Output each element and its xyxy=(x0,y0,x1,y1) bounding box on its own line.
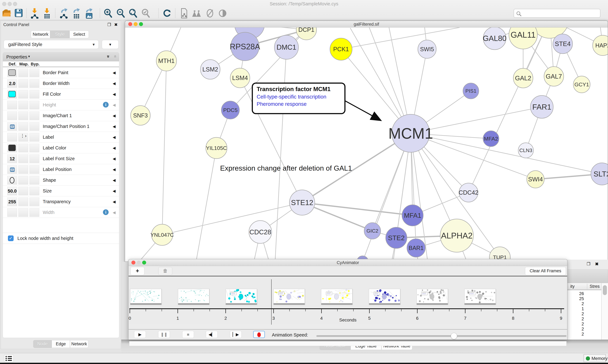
property-row-shape[interactable]: Shape◀ xyxy=(3,175,119,186)
network-node-swi4[interactable]: SWI4 xyxy=(527,171,544,188)
network-node-alpha2[interactable]: ALPHA2 xyxy=(440,219,473,252)
collapse-row-icon[interactable]: ◀ xyxy=(113,71,116,75)
default-value-cell[interactable] xyxy=(7,176,17,184)
collapse-row-icon[interactable]: ◀ xyxy=(113,81,116,86)
property-row-width[interactable]: Widthi◀ xyxy=(3,207,119,218)
refresh-layout-icon[interactable] xyxy=(163,8,172,19)
export-image-icon[interactable] xyxy=(84,8,94,19)
network-node-cdc42[interactable]: CDC42 xyxy=(459,183,479,202)
search-field[interactable] xyxy=(514,9,600,18)
save-session-icon[interactable] xyxy=(14,8,23,19)
property-row-size[interactable]: 50.0Size◀ xyxy=(3,186,119,196)
collapse-row-icon[interactable]: ◀ xyxy=(113,200,116,204)
collapse-row-icon[interactable]: ◀ xyxy=(113,124,116,129)
network-document-icon[interactable] xyxy=(180,8,189,19)
collapse-row-icon[interactable]: ◀ xyxy=(113,167,116,172)
open-session-icon[interactable] xyxy=(2,8,11,19)
network-node-gcy1[interactable]: GCY1 xyxy=(573,76,590,93)
network-node-pis1[interactable]: PIS1 xyxy=(463,83,479,99)
property-row-height[interactable]: Heighti◀ xyxy=(3,100,119,110)
mapping-cell[interactable] xyxy=(18,101,28,109)
column-divider[interactable] xyxy=(587,284,587,289)
bypass-cell[interactable] xyxy=(29,165,39,174)
cyanimator-titlebar[interactable]: CyAnimator xyxy=(129,259,567,266)
property-row-fill-color[interactable]: Fill Color◀ xyxy=(3,89,119,100)
pause-button[interactable]: ❚❚ xyxy=(158,331,170,338)
mapping-cell[interactable] xyxy=(18,197,28,206)
network-node-pck1[interactable]: PCK1 xyxy=(330,38,352,60)
default-value-cell[interactable]: 2.0 xyxy=(7,79,17,88)
collapse-row-icon[interactable]: ◀ xyxy=(113,114,116,118)
network-node-hap2[interactable]: HAP2 xyxy=(593,35,608,55)
info-icon[interactable]: i xyxy=(103,102,109,107)
properties-header[interactable]: Properties ▾ » » xyxy=(3,52,119,61)
network-node-far1[interactable]: FAR1 xyxy=(530,95,553,118)
bypass-cell[interactable] xyxy=(29,111,39,120)
property-row-label[interactable]: ⋮›Label◀ xyxy=(3,132,119,143)
mapping-cell[interactable] xyxy=(18,208,28,217)
default-value-cell[interactable] xyxy=(7,68,17,77)
property-row-label-position[interactable]: Label Position◀ xyxy=(3,164,119,175)
style-options-button[interactable]: ▾ xyxy=(102,40,119,49)
network-node-gic2[interactable]: GIC2 xyxy=(364,223,381,239)
network-node-gal2[interactable]: GAL2 xyxy=(513,68,533,88)
bypass-cell[interactable] xyxy=(29,176,39,184)
scrollbar-thumb[interactable] xyxy=(603,285,607,295)
frame-thumbnail-2[interactable] xyxy=(178,289,209,305)
skip-to-start-button[interactable]: ◀▏ xyxy=(206,331,218,338)
search-binoculars-icon[interactable] xyxy=(192,8,201,19)
bypass-cell[interactable] xyxy=(29,197,39,206)
network-node-dcp1[interactable]: DCP1 xyxy=(296,27,317,40)
zoom-fit-icon[interactable] xyxy=(129,8,138,19)
memory-button[interactable]: Memory xyxy=(584,354,606,362)
tab-select[interactable]: Select xyxy=(69,30,89,38)
network-node-cln3[interactable]: CLN3 xyxy=(518,143,533,158)
float-panel-icon[interactable]: ❐ xyxy=(587,261,590,266)
network-node-ste12[interactable]: STE12 xyxy=(290,190,315,215)
bypass-cell[interactable] xyxy=(29,90,39,99)
collapse-row-icon[interactable]: ◀ xyxy=(113,156,116,161)
clear-all-frames-button[interactable]: Clear All Frames xyxy=(525,267,566,275)
mapping-cell[interactable] xyxy=(18,165,28,174)
annotation-link[interactable]: Cell-type-specific transcription xyxy=(257,94,341,100)
collapse-row-icon[interactable]: ◀ xyxy=(113,210,116,215)
bypass-cell[interactable] xyxy=(29,144,39,152)
default-value-cell[interactable]: 50.0 xyxy=(7,187,17,195)
timeline[interactable]: 0123456789 Seconds xyxy=(129,276,567,324)
network-node-dmc1[interactable]: DMC1 xyxy=(274,35,298,59)
property-row-transparency[interactable]: 255Transparency◀ xyxy=(3,196,119,207)
zoom-in-icon[interactable] xyxy=(104,8,113,19)
collapse-row-icon[interactable]: ◀ xyxy=(113,146,116,150)
export-table-icon[interactable] xyxy=(72,8,81,19)
network-node-gal7[interactable]: GAL7 xyxy=(544,66,564,86)
mapping-cell[interactable] xyxy=(18,68,28,77)
network-node-swi5[interactable]: SWI5 xyxy=(418,40,436,58)
network-node-gal80[interactable]: GAL80 xyxy=(483,27,506,50)
float-panel-icon[interactable]: ❐ xyxy=(107,22,111,27)
default-value-cell[interactable] xyxy=(7,133,17,142)
network-node-lsm2[interactable]: LSM2 xyxy=(200,60,220,79)
record-button[interactable] xyxy=(253,331,265,338)
network-node-snf3[interactable]: SNF3 xyxy=(131,106,150,125)
tab-network[interactable]: Network xyxy=(70,340,88,348)
network-node-ste2[interactable]: STE2 xyxy=(386,227,407,248)
bypass-cell[interactable] xyxy=(29,68,39,77)
delete-frame-button[interactable]: 🗑 xyxy=(158,267,172,275)
bypass-cell[interactable] xyxy=(29,187,39,195)
hide-graphics-icon[interactable] xyxy=(206,8,215,19)
style-select-dropdown[interactable]: galFiltered Style ▾ xyxy=(4,40,99,49)
default-value-cell[interactable] xyxy=(7,101,17,109)
column-header-stress[interactable]: Stres xyxy=(590,284,600,289)
bypass-cell[interactable] xyxy=(29,133,39,142)
property-row-label-color[interactable]: Label Color◀ xyxy=(3,143,119,153)
network-node-mth1[interactable]: MTH1 xyxy=(156,51,177,71)
property-row-border-width[interactable]: 2.0Border Width◀ xyxy=(3,78,119,89)
collapse-all-icon[interactable]: » xyxy=(112,55,118,58)
mapping-cell[interactable] xyxy=(18,111,28,120)
property-row-label-font-size[interactable]: 12Label Font Size◀ xyxy=(3,153,119,164)
property-row-border-paint[interactable]: Border Paint◀ xyxy=(3,67,119,78)
tab-node[interactable]: Node xyxy=(33,340,52,348)
frame-thumbnail-4[interactable] xyxy=(274,289,305,305)
frame-thumbnail-3[interactable] xyxy=(226,289,257,305)
mapping-cell[interactable] xyxy=(18,90,28,99)
